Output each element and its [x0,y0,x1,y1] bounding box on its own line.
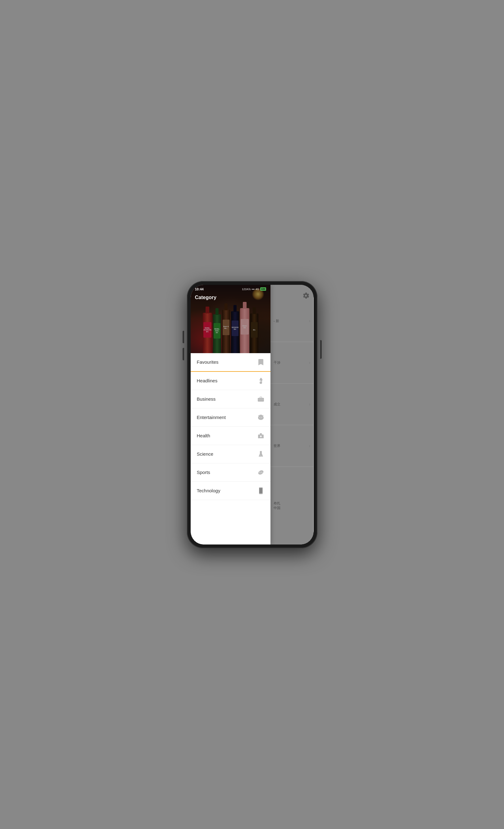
science-label: Science [197,451,213,457]
svg-rect-6 [260,436,262,437]
right-news-item-4[interactable]: 世界 › [271,425,314,467]
volume-up-button[interactable] [183,331,184,343]
menu-item-technology[interactable]: Technology [191,482,271,500]
phone-frame: 10:44 121K/s ▪▪▪ 4G 100 [187,281,317,548]
business-label: Business [197,396,216,402]
fire-icon [257,377,264,384]
chevron-right-icon-4: › [309,443,311,448]
cat-icon [257,414,264,421]
phone-screen: 10:44 121K/s ▪▪▪ 4G 100 [191,285,314,544]
svg-rect-1 [258,398,264,402]
health-label: Health [197,433,210,438]
sports-label: Sports [197,470,210,475]
favourites-label: Favourites [197,359,219,365]
hero-title: Category [195,295,216,300]
headlines-label: Headlines [197,378,218,383]
right-panel: - 新 › 干涉 › 成立 › 世界 › [271,285,314,544]
category-drawer: 10:44 121K/s ▪▪▪ 4G 100 [191,285,271,544]
briefcase-icon [257,396,264,402]
smartphone-icon [257,487,264,494]
svg-point-4 [261,417,262,418]
power-button[interactable] [320,340,322,359]
volume-down-button[interactable] [183,348,184,360]
menu-item-business[interactable]: Business [191,390,271,408]
chevron-right-icon-3: › [309,402,311,406]
svg-rect-14 [259,488,262,493]
status-time: 10:44 [195,287,204,291]
status-bar: 10:44 121K/s ▪▪▪ 4G 100 [191,285,271,293]
menu-item-science[interactable]: Science [191,445,271,463]
menu-item-headlines[interactable]: Headlines [191,372,271,390]
entertainment-label: Entertainment [197,414,226,420]
bookmark-icon [257,359,264,366]
screen-content: 10:44 121K/s ▪▪▪ 4G 100 [191,285,314,544]
right-news-item-3[interactable]: 成立 › [271,384,314,425]
flask-icon [257,451,264,458]
hero-image: REBELGRAPEFRUIPA REBELRIDEIPA Heen [191,285,271,353]
chevron-right-icon-2: › [309,360,311,365]
chevron-right-icon-1: › [309,318,311,323]
technology-label: Technology [197,488,220,493]
menu-item-sports[interactable]: Sports [191,463,271,482]
football-icon [257,469,264,476]
battery-indicator: 100 [260,287,266,291]
right-news-text-4: 世界 [274,443,280,448]
right-news-text-2: 干涉 [274,360,280,365]
svg-point-15 [260,493,261,494]
right-news-item-2[interactable]: 干涉 › [271,342,314,384]
menu-list: Favourites Headlines [191,353,271,544]
network-speed: 121K/s [242,288,251,291]
menu-item-favourites[interactable]: Favourites [191,353,271,372]
right-news-text-5: 布扎中国 [274,501,280,510]
menu-item-entertainment[interactable]: Entertainment [191,408,271,427]
status-icons: 121K/s ▪▪▪ 4G 100 [242,287,266,291]
svg-point-7 [260,455,260,456]
signal-icon: ▪▪▪ [252,288,255,291]
svg-point-8 [261,456,262,456]
right-news-list: - 新 › 干涉 › 成立 › 世界 › [271,300,314,544]
menu-item-health[interactable]: Health [191,427,271,445]
right-news-item-1[interactable]: - 新 › [271,300,314,342]
hospital-icon [257,432,264,439]
settings-button[interactable] [301,291,311,301]
svg-point-0 [260,382,262,384]
network-type: 4G [256,288,259,291]
right-news-text-3: 成立 [274,402,280,406]
right-news-item-5[interactable]: 布扎中国 [271,467,314,544]
svg-point-3 [260,417,260,418]
right-news-text-1: - 新 [274,319,279,323]
